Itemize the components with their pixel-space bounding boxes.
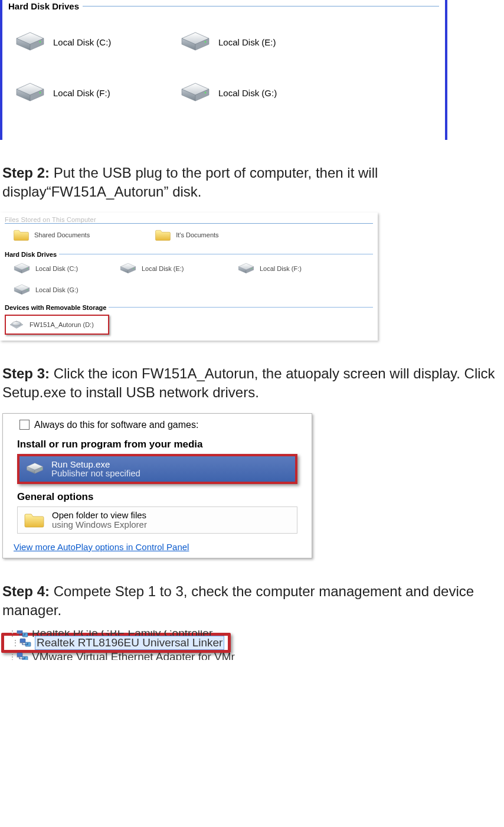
hard-disk-icon	[179, 81, 211, 104]
highlighted-device: ⋮┈ Realtek RTL8196EU Universal Linker	[1, 633, 231, 653]
hard-disk-icon	[14, 30, 46, 54]
device-row[interactable]: ⋮┈ VMware Virtual Ethernet Adapter for V…	[5, 651, 276, 660]
hard-disk-drives-header-small: Hard Disk Drives	[5, 251, 373, 258]
always-do-this-row[interactable]: Always do this for software and games:	[3, 414, 312, 435]
removable-storage-header: Devices with Removable Storage	[5, 304, 373, 311]
drive-label: Local Disk (G:)	[218, 88, 277, 98]
drive-item[interactable]: Local Disk (E:)	[179, 30, 345, 54]
files-stored-header: Files Stored on This Computer	[5, 216, 373, 224]
header-text: Hard Disk Drives	[8, 1, 79, 11]
step3-text: Click the icon FW151A_Autorun, the atuop…	[2, 365, 495, 400]
drive-item[interactable]: Local Disk (G:)	[13, 283, 119, 297]
explorer-drives-screenshot: Hard Disk Drives Local Disk (C:) Local D…	[0, 0, 447, 140]
drive-item[interactable]: Local Disk (C:)	[13, 261, 119, 276]
step4-paragraph: Step 4: Compete Step 1 to 3, check the c…	[2, 582, 502, 620]
drive-label: Local Disk (F:)	[53, 88, 110, 98]
install-run-group-title: Install or run program from your media	[3, 435, 312, 453]
option-line2: Publisher not specified	[51, 469, 140, 478]
device-name: Realtek RTL8196EU Universal Linker	[35, 636, 224, 650]
option-text: Run Setup.exe Publisher not specified	[51, 460, 140, 479]
drive-item[interactable]: Local Disk (F:)	[14, 81, 179, 104]
my-computer-screenshot: Files Stored on This Computer Shared Doc…	[0, 213, 378, 341]
option-line1: Run Setup.exe	[51, 460, 140, 469]
folder-icon	[155, 228, 171, 241]
shared-documents[interactable]: Shared Documents	[13, 228, 90, 241]
step3-label: Step 3:	[2, 365, 50, 381]
hard-disk-drives-header: Hard Disk Drives	[8, 0, 439, 12]
hard-disk-icon	[179, 30, 211, 54]
always-label: Always do this for software and games:	[34, 420, 198, 430]
drive-item[interactable]: Local Disk (E:)	[119, 261, 237, 276]
more-autoplay-link[interactable]: View more AutoPlay options in Control Pa…	[3, 537, 312, 558]
user-documents[interactable]: It's Documents	[155, 228, 218, 241]
installer-icon	[25, 460, 44, 477]
autoplay-dialog: Always do this for software and games: I…	[2, 413, 312, 558]
documents-row: Shared Documents It's Documents	[5, 225, 373, 247]
hard-disk-icon	[13, 261, 31, 276]
folder-icon	[24, 512, 45, 528]
drive-label: Local Disk (C:)	[35, 265, 78, 272]
run-setup-option[interactable]: Run Setup.exe Publisher not specified	[17, 454, 297, 485]
drive-label: Local Disk (E:)	[218, 37, 276, 47]
autorun-drive-item[interactable]: FW151A_Autorun (D:)	[5, 315, 109, 335]
header-text: Hard Disk Drives	[5, 251, 57, 258]
drive-label: Local Disk (G:)	[35, 286, 78, 293]
option-line1: Open folder to view files	[52, 511, 147, 520]
step2-text: Put the USB plug to the port of computer…	[2, 165, 378, 200]
option-line2: using Windows Explorer	[52, 520, 147, 529]
doc-label: It's Documents	[176, 231, 218, 238]
drive-item[interactable]: Local Disk (G:)	[179, 81, 345, 104]
always-checkbox[interactable]	[19, 420, 30, 430]
drive-item[interactable]: Local Disk (C:)	[14, 30, 179, 54]
drive-grid: Local Disk (C:) Local Disk (E:) Local Di…	[8, 12, 439, 104]
hard-disk-icon	[14, 81, 46, 104]
drive-label: Local Disk (C:)	[53, 37, 111, 47]
drive-grid-small: Local Disk (C:) Local Disk (E:) Local Di…	[5, 258, 373, 300]
step2-label: Step 2:	[2, 165, 50, 181]
step4-label: Step 4:	[2, 583, 50, 599]
drive-label: Local Disk (F:)	[260, 265, 302, 272]
header-text: Devices with Removable Storage	[5, 304, 106, 311]
doc-label: Shared Documents	[34, 231, 90, 238]
device-name: VMware Virtual Ethernet Adapter for VMr	[32, 651, 235, 660]
open-folder-option[interactable]: Open folder to view files using Windows …	[17, 506, 297, 534]
option-text: Open folder to view files using Windows …	[52, 511, 147, 529]
hard-disk-icon	[13, 283, 31, 297]
device-manager-screenshot: ⋮┈ Realtek PCIe GBE Family Controller ⋮┈…	[5, 630, 276, 660]
general-options-title: General options	[3, 488, 312, 505]
step3-paragraph: Step 3: Click the icon FW151A_Autorun, t…	[2, 364, 502, 403]
drive-label: Local Disk (E:)	[142, 265, 184, 272]
folder-icon	[13, 228, 30, 241]
drive-item[interactable]: Local Disk (F:)	[237, 261, 355, 276]
hard-disk-icon	[119, 261, 137, 276]
device-row-selected[interactable]: ⋮┈ Realtek RTL8196EU Universal Linker	[8, 636, 224, 650]
step4-text: Compete Step 1 to 3, check the computer …	[2, 583, 474, 618]
drive-label: FW151A_Autorun (D:)	[30, 321, 94, 328]
step2-paragraph: Step 2: Put the USB plug to the port of …	[2, 164, 502, 202]
hard-disk-icon	[237, 261, 255, 276]
cd-drive-icon	[8, 318, 25, 331]
